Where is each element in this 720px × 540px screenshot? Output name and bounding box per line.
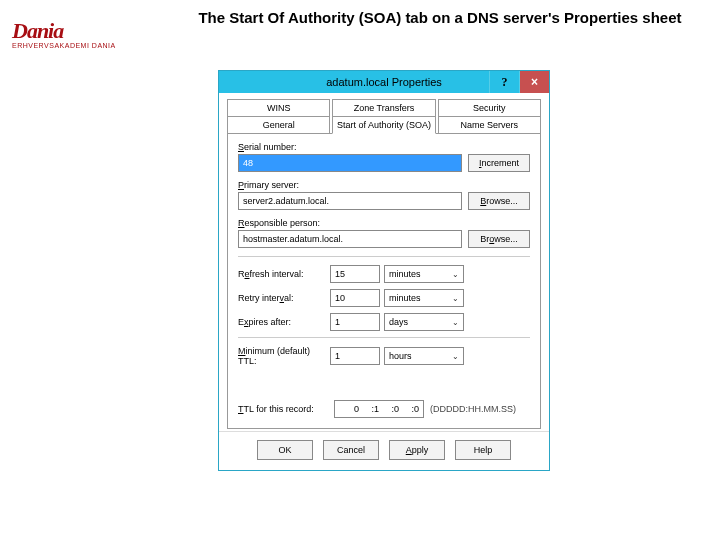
help-button[interactable]: Help — [455, 440, 511, 460]
divider — [238, 256, 530, 257]
tab-zone-transfers[interactable]: Zone Transfers — [332, 99, 435, 117]
retry-unit-select[interactable]: minutes⌄ — [384, 289, 464, 307]
soa-tab-page: Serial number: 48 Increment Primary serv… — [227, 133, 541, 429]
logo-script: Dania — [12, 18, 116, 44]
browse-responsible-button[interactable]: Browse... — [468, 230, 530, 248]
minimum-unit-select[interactable]: hours⌄ — [384, 347, 464, 365]
tab-wins[interactable]: WINS — [227, 99, 330, 117]
refresh-label: Refresh interval: — [238, 269, 326, 279]
chevron-down-icon: ⌄ — [452, 318, 459, 327]
tab-security[interactable]: Security — [438, 99, 541, 117]
primary-server-input[interactable]: server2.adatum.local. — [238, 192, 462, 210]
serial-label: Serial number: — [238, 142, 530, 152]
titlebar: adatum.local Properties ? × — [219, 71, 549, 93]
expires-value[interactable]: 1 — [330, 313, 380, 331]
expires-label: Expires after: — [238, 317, 326, 327]
ttl-record-input[interactable]: 0 :1 :0 :0 — [334, 400, 424, 418]
minimum-label: Minimum (default) TTL: — [238, 346, 326, 366]
ok-button[interactable]: OK — [257, 440, 313, 460]
tab-name-servers[interactable]: Name Servers — [438, 116, 541, 134]
ttl-record-label: TTL for this record: — [238, 404, 328, 414]
retry-value[interactable]: 10 — [330, 289, 380, 307]
divider — [238, 337, 530, 338]
properties-dialog: adatum.local Properties ? × WINS Zone Tr… — [218, 70, 550, 471]
retry-label: Retry interval: — [238, 293, 326, 303]
responsible-label: Responsible person: — [238, 218, 530, 228]
tab-strip: WINS Zone Transfers Security General Sta… — [219, 93, 549, 429]
browse-primary-button[interactable]: Browse... — [468, 192, 530, 210]
minimum-value[interactable]: 1 — [330, 347, 380, 365]
serial-input[interactable]: 48 — [238, 154, 462, 172]
tab-general[interactable]: General — [227, 116, 330, 134]
primary-label: Primary server: — [238, 180, 530, 190]
tab-soa[interactable]: Start of Authority (SOA) — [332, 116, 435, 134]
dialog-button-row: OK Cancel Apply Help — [219, 431, 549, 470]
chevron-down-icon: ⌄ — [452, 270, 459, 279]
increment-button[interactable]: Increment — [468, 154, 530, 172]
cancel-button[interactable]: Cancel — [323, 440, 379, 460]
responsible-input[interactable]: hostmaster.adatum.local. — [238, 230, 462, 248]
expires-unit-select[interactable]: days⌄ — [384, 313, 464, 331]
titlebar-help-button[interactable]: ? — [489, 71, 519, 93]
logo-subtitle: ERHVERVSAKADEMI DANIA — [12, 42, 116, 49]
refresh-unit-select[interactable]: minutes⌄ — [384, 265, 464, 283]
chevron-down-icon: ⌄ — [452, 294, 459, 303]
slide-title: The Start Of Authority (SOA) tab on a DN… — [180, 8, 700, 28]
chevron-down-icon: ⌄ — [452, 352, 459, 361]
refresh-value[interactable]: 15 — [330, 265, 380, 283]
brand-logo: Dania ERHVERVSAKADEMI DANIA — [12, 18, 116, 49]
apply-button[interactable]: Apply — [389, 440, 445, 460]
ttl-hint: (DDDDD:HH.MM.SS) — [430, 404, 516, 414]
titlebar-close-button[interactable]: × — [519, 71, 549, 93]
